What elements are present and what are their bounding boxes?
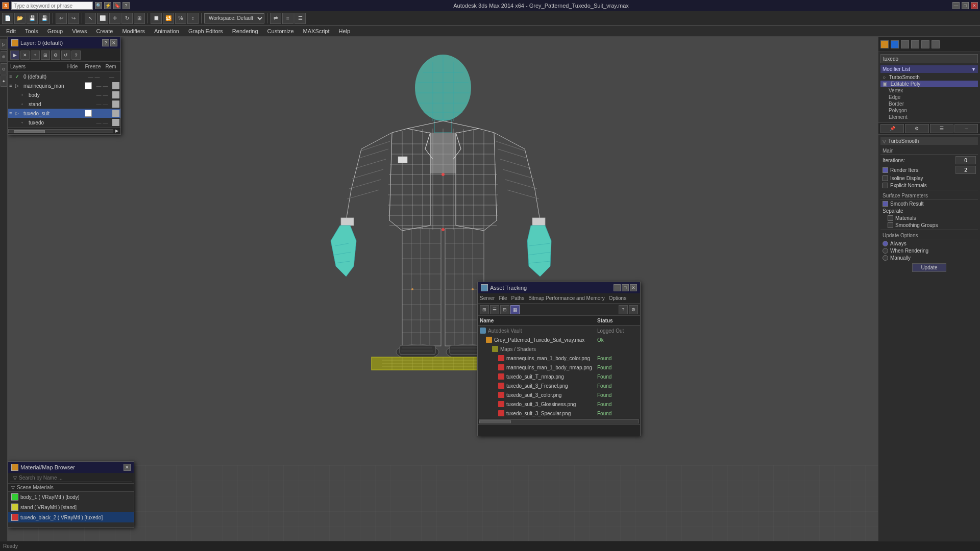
render-iters-input[interactable]: [955, 166, 976, 174]
asset-row[interactable]: Autodesk Vault Logged Out: [478, 326, 640, 335]
asset-row[interactable]: Grey_Patterned_Tuxedo_Suit_vray.max Ok: [478, 335, 640, 344]
asset-tool-2[interactable]: ☰: [490, 305, 499, 314]
select-btn[interactable]: ↖: [85, 13, 96, 24]
menu-customize[interactable]: Customize: [263, 27, 298, 35]
tool-btn-2[interactable]: 🔖: [113, 2, 120, 9]
left-tool-1[interactable]: ▷: [1, 39, 7, 50]
modifier-list-dropdown[interactable]: ▼: [971, 67, 976, 72]
mat-item-selected[interactable]: tuxedo_black_2 ( VRayMtl ) [tuxedo]: [8, 512, 134, 522]
asset-maximize-btn[interactable]: □: [622, 284, 629, 291]
asset-help-btn[interactable]: ?: [619, 305, 628, 314]
layer-merge-btn[interactable]: ⊞: [41, 51, 50, 60]
rp-modify-icon[interactable]: [891, 40, 899, 48]
mirror-btn[interactable]: ⇌: [270, 13, 281, 24]
search-btn[interactable]: 🔍: [95, 2, 102, 9]
menu-edit[interactable]: Edit: [2, 27, 20, 35]
layer-panel-header[interactable]: Layer: 0 (default) ? ✕: [8, 37, 120, 48]
layer-row[interactable]: ◦ body — —: [8, 90, 120, 99]
asset-row[interactable]: tuxedo_suit_3_color.png Found: [478, 390, 640, 399]
layer-settings-btn[interactable]: ⚙: [51, 51, 60, 60]
asset-menu-paths[interactable]: Paths: [511, 295, 525, 301]
edge-sub[interactable]: Edge: [880, 94, 978, 101]
rp-motion-icon[interactable]: [911, 40, 919, 48]
always-radio[interactable]: [883, 241, 888, 246]
workspace-select[interactable]: Workspace: Default: [204, 13, 264, 23]
rp-utilities-icon[interactable]: [932, 40, 940, 48]
layer-row[interactable]: ◦ stand — —: [8, 99, 120, 109]
layer-row[interactable]: ≡ ▷ mannequins_man — —: [8, 81, 120, 90]
rp-create-icon[interactable]: [880, 40, 889, 48]
layer-help2-btn[interactable]: ?: [71, 51, 81, 60]
render-iters-checkbox[interactable]: [883, 167, 888, 173]
mat-browser-header[interactable]: Material/Map Browser ✕: [8, 462, 134, 473]
asset-row[interactable]: mannequins_man_1_body_nmap.png Found: [478, 363, 640, 372]
redo-btn[interactable]: ↪: [68, 13, 79, 24]
asset-row[interactable]: tuxedo_suit_T_nmap.png Found: [478, 372, 640, 381]
element-sub[interactable]: Element: [880, 114, 978, 120]
menu-group[interactable]: Group: [43, 27, 67, 35]
manually-radio[interactable]: [883, 255, 888, 261]
layer-help-btn[interactable]: ?: [102, 39, 109, 46]
vertex-sub[interactable]: Vertex: [880, 87, 978, 94]
layer-btn[interactable]: ☰: [295, 13, 306, 24]
configure-mod-btn[interactable]: ⚙: [905, 124, 928, 133]
scrollbar-thumb[interactable]: [14, 130, 45, 133]
new-btn[interactable]: 📄: [2, 13, 13, 24]
save-as-btn[interactable]: 💾: [39, 13, 50, 24]
pin-stack-btn[interactable]: 📌: [880, 124, 904, 133]
layer-create-btn[interactable]: ▶: [10, 51, 19, 60]
smooth-result-checkbox[interactable]: [883, 201, 888, 207]
menu-create[interactable]: Create: [92, 27, 117, 35]
viewport[interactable]: [+] [Perspective] [Shaded + Edged Faces]…: [8, 37, 878, 542]
rp-display-icon[interactable]: [921, 40, 929, 48]
menu-modifiers[interactable]: Modifiers: [118, 27, 149, 35]
menu-rendering[interactable]: Rendering: [228, 27, 262, 35]
asset-menu-options[interactable]: Options: [609, 295, 626, 301]
mod-help-btn[interactable]: →: [954, 124, 978, 133]
menu-tools[interactable]: Tools: [21, 27, 42, 35]
layer-row-selected[interactable]: ≡ ▷ tuxedo_suit — —: [8, 109, 120, 118]
smoothing-groups-checkbox[interactable]: [888, 222, 893, 228]
scale-btn[interactable]: ⊞: [134, 13, 145, 24]
undo-btn[interactable]: ↩: [56, 13, 67, 24]
asset-scroll-thumb[interactable]: [479, 420, 511, 423]
asset-row[interactable]: tuxedo_suit_3_Glossiness.png Found: [478, 399, 640, 409]
menu-animation[interactable]: Animation: [150, 27, 183, 35]
isoline-checkbox[interactable]: [883, 176, 888, 181]
mat-close-btn[interactable]: ✕: [124, 464, 131, 471]
menu-help[interactable]: Help: [335, 27, 355, 35]
asset-tool-1[interactable]: ⊞: [480, 305, 489, 314]
mat-item[interactable]: body_1 ( VRayMtl ) [body]: [8, 492, 134, 502]
move-btn[interactable]: ✛: [109, 13, 120, 24]
asset-close-btn[interactable]: ✕: [630, 284, 637, 291]
left-tool-3[interactable]: ⊙: [1, 63, 7, 74]
asset-minimize-btn[interactable]: —: [614, 284, 621, 291]
asset-row[interactable]: tuxedo_suit_3_Specular.png Found: [478, 409, 640, 418]
layer-checkbox[interactable]: [85, 82, 92, 89]
close-btn[interactable]: ✕: [971, 2, 978, 9]
select-region-btn[interactable]: ⬜: [97, 13, 108, 24]
asset-row[interactable]: mannequins_man_1_body_color.png Found: [478, 354, 640, 363]
snap-btn[interactable]: 🔲: [151, 13, 162, 24]
layer-row[interactable]: ≡ ✓ 0 (default) — — —: [8, 72, 120, 81]
asset-scrollbar[interactable]: [478, 418, 640, 424]
layer-refresh-btn[interactable]: ↺: [61, 51, 70, 60]
scroll-right-btn[interactable]: ▶: [113, 129, 120, 133]
align-btn[interactable]: ≡: [282, 13, 293, 24]
materials-checkbox[interactable]: [888, 215, 893, 221]
menu-graph-editors[interactable]: Graph Editors: [184, 27, 227, 35]
mat-search-input[interactable]: [19, 475, 129, 481]
search-box[interactable]: [11, 2, 93, 10]
percent-snap-btn[interactable]: %: [175, 13, 186, 24]
layer-checkbox-selected[interactable]: [85, 110, 92, 117]
layer-scrollbar[interactable]: ▶: [8, 127, 120, 134]
menu-maxscript[interactable]: MAXScript: [299, 27, 334, 35]
asset-tool-3[interactable]: ⊟: [500, 305, 509, 314]
layer-delete-btn[interactable]: ✕: [20, 51, 30, 60]
show-all-btn[interactable]: ☰: [930, 124, 953, 133]
turbosmooth-item[interactable]: ○ TurboSmooth: [880, 74, 978, 81]
asset-menu-server[interactable]: Server: [480, 295, 495, 301]
left-tool-2[interactable]: ⊕: [1, 51, 7, 62]
save-btn[interactable]: 💾: [27, 13, 38, 24]
iterations-input[interactable]: [955, 156, 976, 164]
